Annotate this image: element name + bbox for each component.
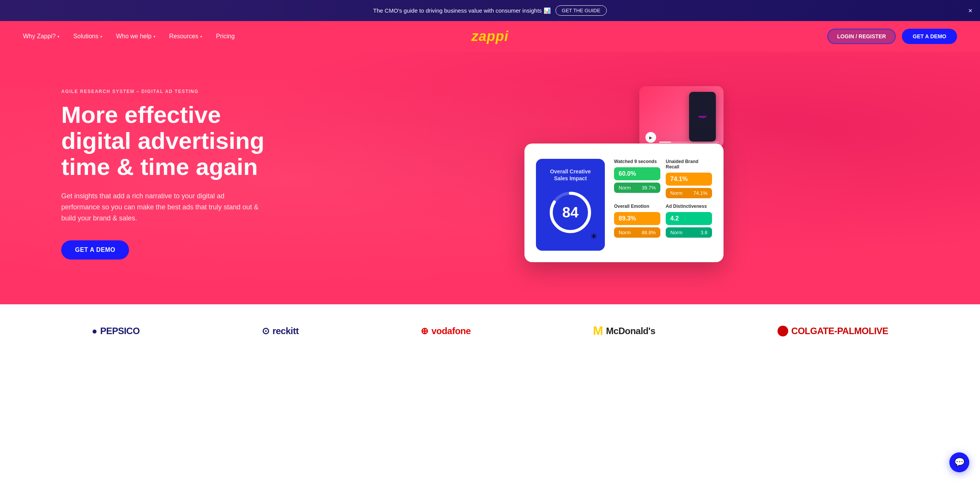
dashboard-card: Overall Creative Sales Impact 84 ✳ <box>524 144 724 262</box>
logo-reckitt: ⊙ reckitt <box>262 326 299 336</box>
chevron-down-icon: ▾ <box>154 34 155 39</box>
logo-mcdonalds: M McDonald's <box>593 324 655 338</box>
hero-section: AGILE RESEARCH SYSTEM – DIGITAL AD TESTI… <box>0 52 980 304</box>
logo-pepsico: ● PEPSICO <box>92 326 140 336</box>
get-guide-button[interactable]: GET THE GUIDE <box>555 5 607 16</box>
logo-text: zappi <box>471 28 508 44</box>
announcement-text: The CMO's guide to driving business valu… <box>373 7 551 14</box>
hero-title: More effective digital advertising time … <box>61 102 291 180</box>
metric-emotion-title: Overall Emotion <box>614 204 660 209</box>
cursor-icon: ✳ <box>590 232 597 242</box>
chevron-down-icon: ▾ <box>57 34 59 39</box>
close-announcement-button[interactable]: × <box>968 7 972 14</box>
metric-distinctiveness: Ad Distinctiveness 4.2 Norm 3.8 <box>666 204 712 238</box>
phone-mockup: zappi <box>689 92 716 142</box>
metric-distinctiveness-title: Ad Distinctiveness <box>666 204 712 209</box>
metric-emotion-norm: Norm 88.8% <box>614 227 660 238</box>
chevron-down-icon: ▾ <box>100 34 102 39</box>
get-demo-nav-button[interactable]: GET A DEMO <box>902 29 957 44</box>
metrics-grid: Watched 9 seconds 60.0% Norm 39.7% Unaid… <box>614 159 712 251</box>
hero-content: AGILE RESEARCH SYSTEM – DIGITAL AD TESTI… <box>61 89 291 260</box>
chevron-down-icon: ▾ <box>200 34 202 39</box>
phone-screen-text: zappi <box>699 115 706 119</box>
nav-pricing[interactable]: Pricing <box>216 33 235 40</box>
announcement-bar: The CMO's guide to driving business valu… <box>0 0 980 21</box>
nav-who-we-help[interactable]: Who we help ▾ <box>116 33 155 40</box>
metric-watched: Watched 9 seconds 60.0% Norm 39.7% <box>614 159 660 198</box>
metric-watched-value: 60.0% <box>614 167 660 180</box>
score-card: Overall Creative Sales Impact 84 ✳ <box>536 159 605 251</box>
logo-colgate-palmolive: COLGATE-PALMOLIVE <box>777 326 888 336</box>
nav-resources[interactable]: Resources ▾ <box>169 33 202 40</box>
logos-section: ● PEPSICO ⊙ reckitt ⊕ vodafone M McDonal… <box>0 304 980 357</box>
nav-left: Why Zappi? ▾ Solutions ▾ Who we help ▾ R… <box>23 33 235 40</box>
metric-recall-norm: Norm 74.1% <box>666 188 712 198</box>
hero-description: Get insights that add a rich narrative t… <box>61 191 260 224</box>
metric-distinctiveness-norm: Norm 3.8 <box>666 227 712 238</box>
nav-solutions[interactable]: Solutions ▾ <box>73 33 102 40</box>
phone-preview: zappi ▶ <box>639 86 724 147</box>
score-label: Overall Creative Sales Impact <box>544 168 597 182</box>
metric-emotion-value: 89.3% <box>614 212 660 225</box>
progress-fill <box>659 142 671 143</box>
nav-why-zappi[interactable]: Why Zappi? ▾ <box>23 33 59 40</box>
login-register-button[interactable]: LOGIN / REGISTER <box>827 29 896 44</box>
metric-distinctiveness-value: 4.2 <box>666 212 712 225</box>
nav-logo[interactable]: zappi <box>471 28 508 44</box>
get-demo-hero-button[interactable]: GET A DEMO <box>61 240 129 259</box>
metric-recall-title: Unaided Brand Recall <box>666 159 712 170</box>
metric-emotion: Overall Emotion 89.3% Norm 88.8% <box>614 204 660 238</box>
play-button[interactable]: ▶ <box>645 132 656 143</box>
dashboard-outer: zappi ▶ Overall Creative Sales Impact <box>509 86 724 262</box>
hero-visual: zappi ▶ Overall Creative Sales Impact <box>291 86 942 262</box>
score-circle: 84 ✳ <box>547 189 593 235</box>
score-number: 84 <box>562 204 578 221</box>
metric-watched-norm: Norm 39.7% <box>614 183 660 193</box>
navigation: Why Zappi? ▾ Solutions ▾ Who we help ▾ R… <box>0 21 980 52</box>
metric-recall-value: 74.1% <box>666 173 712 186</box>
metric-recall: Unaided Brand Recall 74.1% Norm 74.1% <box>666 159 712 198</box>
hero-label: AGILE RESEARCH SYSTEM – DIGITAL AD TESTI… <box>61 89 291 94</box>
dashboard-content: Overall Creative Sales Impact 84 ✳ <box>536 159 712 251</box>
logo-vodafone: ⊕ vodafone <box>421 326 470 336</box>
nav-right: LOGIN / REGISTER GET A DEMO <box>827 29 957 44</box>
metric-watched-title: Watched 9 seconds <box>614 159 660 164</box>
video-progress <box>659 142 719 143</box>
